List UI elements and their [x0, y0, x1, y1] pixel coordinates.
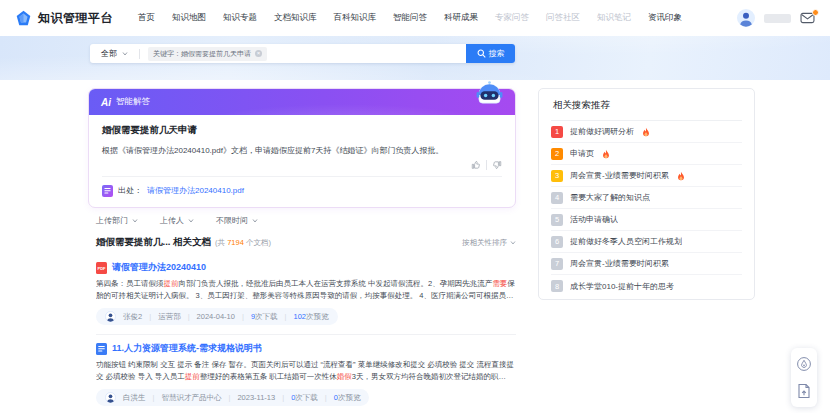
- result-title-row: 11.人力资源管理系统-需求规格说明书: [96, 342, 516, 355]
- related-search-label: 申请页: [570, 148, 594, 159]
- related-search-item[interactable]: 1提前做好调研分析: [551, 121, 742, 143]
- result-meta: 张俊2|运营部|2024-04-10|9次下载|102次预览: [96, 308, 338, 325]
- chevron-down-icon: [252, 219, 258, 223]
- related-search-item[interactable]: 7周会宣贯-业绩需要时间积累: [551, 253, 742, 275]
- divider: |: [149, 312, 151, 321]
- highlighted-keyword: 需要: [492, 279, 507, 288]
- search-bar: 全部 关键字：婚假需要提前几天申请 × 搜索: [90, 44, 515, 63]
- result-item: PDF请假管理办法20240410第四条：员工请假须提前向部门负责人报批，经批准…: [96, 254, 516, 334]
- nav-item-3[interactable]: 文档知识库: [274, 12, 317, 24]
- feedback-pen-icon[interactable]: [796, 356, 812, 372]
- divider: |: [325, 393, 327, 402]
- source-file-link[interactable]: 请假管理办法20240410.pdf: [147, 185, 244, 196]
- nav-item-1[interactable]: 知识地图: [172, 12, 206, 24]
- download-suffix: 次下载: [295, 393, 318, 402]
- results-count: (共 7194 个文档): [215, 238, 271, 248]
- nav-item-0[interactable]: 首页: [138, 12, 155, 24]
- flame-icon: [602, 149, 610, 159]
- snippet-text: 第四条：员工请假须: [96, 279, 164, 288]
- filter-2[interactable]: 不限时间: [216, 215, 258, 226]
- username-redacted: [764, 14, 791, 23]
- nav-item-10[interactable]: 资讯印象: [648, 12, 682, 24]
- nav-item-5[interactable]: 智能问答: [393, 12, 427, 24]
- ai-card-header: Ai 智能解答: [89, 89, 515, 115]
- results-heading: 婚假需要提前几... 相关文档: [96, 236, 211, 249]
- result-title-link[interactable]: 请假管理办法20240410: [112, 261, 206, 274]
- divider: [102, 176, 502, 177]
- divider: [486, 160, 487, 170]
- view-count: 0次预览: [334, 393, 361, 403]
- divider: |: [228, 393, 230, 402]
- nav-item-2[interactable]: 知识专题: [223, 12, 257, 24]
- result-meta: 白洪生|智慧识才产品中心|2023-11-13|0次下载|0次预览: [96, 389, 369, 406]
- ai-answer-text: 根据《请假管理办法20240410.pdf》文档，申请婚假应提前7天持《结婚证》…: [102, 145, 502, 158]
- rank-badge: 5: [551, 214, 563, 226]
- uploader-dept: 智慧识才产品中心: [161, 393, 221, 403]
- result-title-link[interactable]: 11.人力资源管理系统-需求规格说明书: [112, 342, 262, 355]
- divider: |: [242, 312, 244, 321]
- thumbs-down-icon[interactable]: [492, 160, 502, 170]
- ai-header-title: 智能解答: [116, 96, 150, 108]
- source-label: 出处：: [118, 185, 142, 196]
- related-search-label: 周会宣贯-业绩需要时间积累: [570, 170, 669, 181]
- keyword-tag: 关键字：婚假需要提前几天申请 ×: [148, 47, 267, 61]
- view-number: 102: [294, 312, 307, 321]
- filter-1[interactable]: 上传人: [160, 215, 194, 226]
- ai-logo: Ai: [101, 97, 111, 108]
- upload-document-icon[interactable]: [797, 383, 811, 399]
- related-search-list: 1提前做好调研分析2申请页3周会宣贯-业绩需要时间积累4需要大家了解的知识点5活…: [551, 121, 742, 297]
- related-search-item[interactable]: 4需要大家了解的知识点: [551, 187, 742, 209]
- related-search-item[interactable]: 2申请页: [551, 143, 742, 165]
- rank-badge: 4: [551, 192, 563, 204]
- related-search-label: 提前做好调研分析: [570, 126, 634, 137]
- sort-select[interactable]: 按相关性排序: [462, 238, 516, 248]
- highlighted-keyword: 提前: [164, 279, 179, 288]
- close-icon[interactable]: ×: [255, 50, 262, 57]
- search-scope-select[interactable]: 全部: [90, 48, 139, 59]
- user-avatar[interactable]: [737, 9, 755, 27]
- download-suffix: 次下载: [255, 312, 278, 321]
- view-suffix: 次预览: [306, 312, 329, 321]
- related-search-item[interactable]: 6提前做好冬季人员空闲工作规划: [551, 231, 742, 253]
- rank-badge: 7: [551, 258, 563, 270]
- nav-item-9[interactable]: 知识笔记: [597, 12, 631, 24]
- rank-badge: 8: [551, 280, 563, 292]
- messages-button[interactable]: [800, 12, 815, 24]
- pdf-file-icon: [102, 185, 113, 197]
- doc-file-icon: [96, 343, 107, 355]
- nav-item-8[interactable]: 问答社区: [546, 12, 580, 24]
- pdf-file-icon: PDF: [96, 262, 107, 274]
- app-logo: 知识管理平台: [15, 10, 113, 27]
- divider: |: [282, 393, 284, 402]
- search-button[interactable]: 搜索: [466, 44, 515, 63]
- rank-badge: 2: [551, 148, 563, 160]
- search-scope-value: 全部: [101, 48, 117, 59]
- search-button-label: 搜索: [489, 48, 505, 59]
- notification-badge: [812, 9, 819, 16]
- related-search-label: 提前做好冬季人员空闲工作规划: [570, 236, 682, 247]
- divider: |: [153, 393, 155, 402]
- nav-item-6[interactable]: 科研成果: [444, 12, 478, 24]
- nav-item-7[interactable]: 专家问答: [495, 12, 529, 24]
- ai-answer-card: Ai 智能解答 婚假需要提前几天申请 根据《请假管理办法20240410.pdf…: [88, 88, 516, 208]
- related-search-item[interactable]: 3周会宣贯-业绩需要时间积累: [551, 165, 742, 187]
- snippet-text: 向部门负责人报批，经批准后由员工本人在运营支撑系统 中发起请假流程。2、孕期因先…: [179, 279, 493, 288]
- filter-bar: 上传部门上传人不限时间: [96, 215, 258, 226]
- related-search-item[interactable]: 5活动申请确认: [551, 209, 742, 231]
- robot-mascot-icon: [475, 79, 504, 108]
- thumbs-up-icon[interactable]: [471, 160, 481, 170]
- view-count: 102次预览: [294, 312, 329, 322]
- related-search-item[interactable]: 8成长学堂010-提前十年的思考: [551, 275, 742, 297]
- main-nav: 首页知识地图知识专题文档知识库百科知识库智能问答科研成果专家问答问答社区知识笔记…: [138, 12, 682, 24]
- filter-label: 上传部门: [96, 215, 128, 226]
- flame-icon: [677, 171, 685, 181]
- sort-label: 按相关性排序: [462, 238, 507, 248]
- nav-item-4[interactable]: 百科知识库: [334, 12, 377, 24]
- svg-text:PDF: PDF: [98, 266, 107, 271]
- highlighted-keyword: 提前: [185, 372, 200, 381]
- download-count: 0次下载: [291, 393, 318, 403]
- uploader-name[interactable]: 张俊2: [123, 312, 142, 322]
- download-count: 9次下载: [251, 312, 278, 322]
- uploader-name[interactable]: 白洪生: [123, 393, 146, 403]
- filter-0[interactable]: 上传部门: [96, 215, 138, 226]
